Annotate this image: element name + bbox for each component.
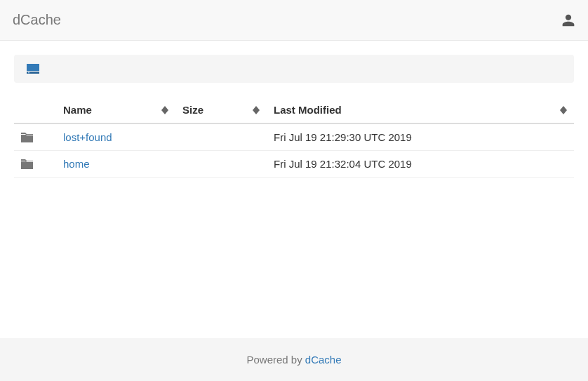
row-modified-cell: Fri Jul 19 21:32:04 UTC 2019	[267, 151, 574, 178]
sort-icon	[560, 106, 567, 114]
file-link[interactable]: home	[63, 158, 90, 170]
row-size-cell	[175, 151, 267, 178]
column-header-size[interactable]: Size	[175, 97, 267, 123]
column-header-name[interactable]: Name	[56, 97, 175, 123]
table-row: home Fri Jul 19 21:32:04 UTC 2019	[14, 151, 574, 178]
column-header-name-label: Name	[63, 104, 92, 116]
svg-marker-4	[161, 110, 168, 114]
table-row: lost+found Fri Jul 19 21:29:30 UTC 2019	[14, 123, 574, 151]
file-table: Name Size	[14, 97, 574, 178]
footer: Powered by dCache	[0, 338, 588, 381]
svg-marker-6	[253, 110, 260, 114]
svg-marker-8	[560, 110, 567, 114]
footer-text: Powered by	[246, 354, 305, 366]
content-area: Name Size	[0, 41, 588, 338]
svg-rect-0	[27, 64, 39, 71]
breadcrumb	[14, 55, 574, 83]
folder-icon	[21, 133, 49, 142]
disk-root-icon[interactable]	[27, 63, 39, 74]
row-icon-cell	[14, 123, 56, 151]
column-header-size-label: Size	[182, 104, 203, 116]
brand-title: dCache	[13, 12, 61, 28]
column-header-icon	[14, 97, 56, 123]
row-icon-cell	[14, 151, 56, 178]
column-header-modified[interactable]: Last Modified	[267, 97, 574, 123]
column-header-modified-label: Last Modified	[274, 104, 342, 116]
row-name-cell: home	[56, 151, 175, 178]
row-name-cell: lost+found	[56, 123, 175, 151]
file-table-body: lost+found Fri Jul 19 21:29:30 UTC 2019 …	[14, 123, 574, 178]
row-size-cell	[175, 123, 267, 151]
sort-icon	[161, 106, 168, 114]
sort-icon	[253, 106, 260, 114]
row-modified-cell: Fri Jul 19 21:29:30 UTC 2019	[267, 123, 574, 151]
navbar: dCache	[0, 0, 588, 41]
user-icon[interactable]	[561, 13, 575, 27]
footer-link[interactable]: dCache	[305, 354, 342, 366]
file-link[interactable]: lost+found	[63, 131, 112, 143]
svg-point-2	[28, 72, 29, 74]
folder-icon	[21, 159, 49, 169]
